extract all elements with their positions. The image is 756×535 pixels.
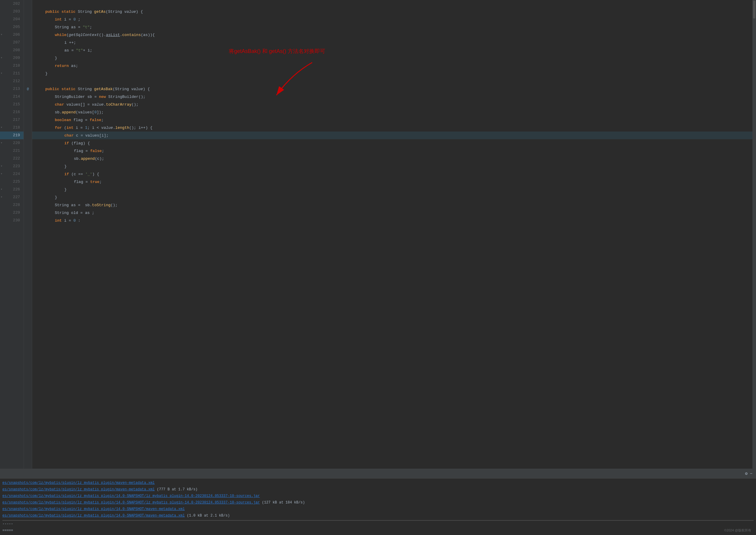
code-line-215: char values[] = value.toCharArray(); xyxy=(32,100,752,108)
log-link-5[interactable]: es/snapshots/com/lz/mybatis/plugin/lz_my… xyxy=(2,507,185,511)
separator-line-2: ===== xyxy=(2,527,754,534)
code-line-216: sb.append(values[0]); xyxy=(32,108,752,116)
code-line-221: flag = false; xyxy=(32,147,752,155)
gutter-212 xyxy=(24,77,32,85)
code-line-220: if (flag) { xyxy=(32,139,752,147)
method-getas: getAs xyxy=(94,10,106,14)
settings-icon[interactable]: ⚙ xyxy=(745,471,747,476)
log-line-1: es/snapshots/com/lz/mybatis/plugin/lz_my… xyxy=(2,480,754,486)
code-line-210: return as; xyxy=(32,62,752,70)
gutter-214 xyxy=(24,93,32,100)
log-line-3: es/snapshots/com/lz/mybatis/plugin/lz_my… xyxy=(2,493,754,499)
gutter-211 xyxy=(24,70,32,77)
gutter-230 xyxy=(24,217,32,224)
line-226: ▾226 xyxy=(0,186,23,193)
separator-text-1: ----- xyxy=(2,522,13,526)
line-213: 213 xyxy=(0,85,23,93)
gutter-220 xyxy=(24,139,32,147)
copyright-text: ©2024 @版权所有 xyxy=(724,528,751,532)
log-link-1[interactable]: es/snapshots/com/lz/mybatis/plugin/lz_my… xyxy=(2,481,155,485)
log-link-6[interactable]: es/snapshots/com/lz/mybatis/plugin/lz_my… xyxy=(2,514,185,518)
log-link-2[interactable]: es/snapshots/com/lz/mybatis/plugin/lz_my… xyxy=(2,487,155,492)
minimize-icon[interactable]: − xyxy=(750,471,752,476)
log-suffix-4: (127 kB at 184 kB/s) xyxy=(260,500,305,505)
gutter-221 xyxy=(24,147,32,155)
code-line-202 xyxy=(32,0,752,8)
line-222: 222 xyxy=(0,155,23,162)
code-line-229: String old = as ; xyxy=(32,209,752,217)
line-202: 202 xyxy=(0,0,23,8)
line-229: 229 xyxy=(0,209,23,217)
log-suffix-2: (777 B at 1.7 kB/s) xyxy=(155,487,197,492)
code-line-227: } xyxy=(32,193,752,201)
gutter-224 xyxy=(24,170,32,178)
code-line-230: int i = 0 : xyxy=(32,217,752,224)
line-218: ▾218 xyxy=(0,124,23,131)
gutter-213: @ xyxy=(24,85,32,93)
code-line-209: } xyxy=(32,54,752,62)
line-numbers: 202 203 204 205 ▾206 207 208 ▾209 210 ▾2… xyxy=(0,0,24,469)
gutter-209 xyxy=(24,54,32,62)
code-line-224: if (c == '_') { xyxy=(32,170,752,178)
separator-1: ----- xyxy=(2,520,754,527)
copyright: ©2024 @版权所有 xyxy=(724,528,751,533)
line-221: 221 xyxy=(0,147,23,155)
bottom-panel: ⚙ − es/snapshots/com/lz/mybatis/plugin/l… xyxy=(0,469,756,535)
gutter-204 xyxy=(24,15,32,23)
code-content[interactable]: public static String getAs(String value)… xyxy=(32,0,752,469)
gutter-225 xyxy=(24,178,32,186)
code-line-223: } xyxy=(32,162,752,170)
code-line-222: sb.append(c); xyxy=(32,155,752,162)
line-206: ▾206 xyxy=(0,31,23,39)
line-224: ▾224 xyxy=(0,170,23,178)
gutter-217 xyxy=(24,116,32,124)
line-225: 225 xyxy=(0,178,23,186)
line-210: 210 xyxy=(0,62,23,70)
gutter: @ xyxy=(24,0,32,469)
right-scrollbar[interactable] xyxy=(752,0,756,469)
line-227: ▾227 xyxy=(0,193,23,201)
code-line-204: int i = 0 ; xyxy=(32,15,752,23)
log-link-4[interactable]: es/snapshots/com/lz/mybatis/plugin/lz_my… xyxy=(2,500,260,505)
code-line-214: StringBuilder sb = new StringBuilder(); xyxy=(32,93,752,100)
line-204: 204 xyxy=(0,15,23,23)
code-line-219: char c = values[i]; xyxy=(32,131,752,139)
code-line-208: as = "t"+ i; xyxy=(32,46,752,54)
log-link-3[interactable]: es/snapshots/com/lz/mybatis/plugin/lz_my… xyxy=(2,494,260,498)
gutter-205 xyxy=(24,23,32,31)
gutter-207 xyxy=(24,39,32,46)
code-line-228: String as = sb.toString(); xyxy=(32,201,752,209)
code-line-225: flag = true; xyxy=(32,178,752,186)
bottom-content: es/snapshots/com/lz/mybatis/plugin/lz_my… xyxy=(0,478,756,535)
gutter-219 xyxy=(24,131,32,139)
gutter-227 xyxy=(24,193,32,201)
line-215: 215 xyxy=(0,100,23,108)
line-214: 214 xyxy=(0,93,23,100)
line-205: 205 xyxy=(0,23,23,31)
scroll-thumb[interactable] xyxy=(753,1,755,18)
line-220: ▾220 xyxy=(0,139,23,147)
type-string-203: String xyxy=(78,10,94,14)
gutter-208 xyxy=(24,46,32,54)
code-with-scrollbar: public static String getAs(String value)… xyxy=(32,0,756,469)
gutter-222 xyxy=(24,155,32,162)
log-line-4: es/snapshots/com/lz/mybatis/plugin/lz_my… xyxy=(2,499,754,506)
gutter-229 xyxy=(24,209,32,217)
code-line-217: boolean flag = false; xyxy=(32,116,752,124)
gutter-216 xyxy=(24,108,32,116)
line-217: 217 xyxy=(0,116,23,124)
main-container: 202 203 204 205 ▾206 207 208 ▾209 210 ▾2… xyxy=(0,0,756,535)
code-line-206: while(getSqlContext().asList.contains(as… xyxy=(32,31,752,39)
code-line-211: } xyxy=(32,70,752,77)
line-219: 219 xyxy=(0,131,23,139)
gutter-206 xyxy=(24,31,32,39)
code-line-205: String as = "t"; xyxy=(32,23,752,31)
line-228: 228 xyxy=(0,201,23,209)
gutter-203 xyxy=(24,8,32,15)
line-212: 212 xyxy=(0,77,23,85)
line-203: 203 xyxy=(0,8,23,15)
bottom-toolbar: ⚙ − xyxy=(0,469,756,478)
gutter-226 xyxy=(24,186,32,193)
gutter-223 xyxy=(24,162,32,170)
line-208: 208 xyxy=(0,46,23,54)
